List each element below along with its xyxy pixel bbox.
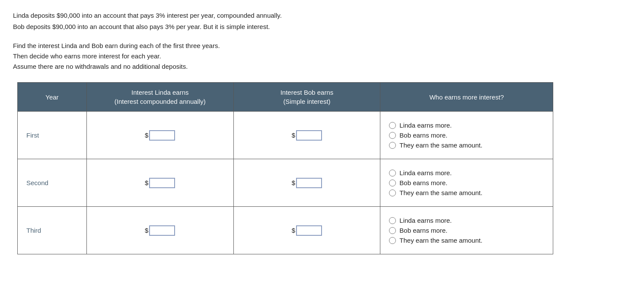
radio-cell-2: Linda earns more.Bob earns more.They ear…	[380, 207, 553, 254]
radio-label-1-1: Bob earns more.	[399, 179, 447, 186]
intro-line1: Linda deposits $90,000 into an account t…	[13, 10, 631, 21]
linda-amount-input-2[interactable]	[149, 225, 175, 236]
header-linda: Interest Linda earns(Interest compounded…	[86, 83, 233, 112]
linda-dollar-input-0: $	[145, 130, 175, 141]
intro-line2: Bob deposits $90,000 into an account tha…	[13, 22, 631, 32]
interest-table: Year Interest Linda earns(Interest compo…	[17, 82, 553, 254]
header-year: Year	[18, 83, 87, 112]
bob-dollar-sign-2: $	[292, 227, 295, 234]
bob-input-cell-2: $	[233, 207, 380, 254]
radio-group-0: Linda earns more.Bob earns more.They ear…	[389, 122, 544, 149]
linda-dollar-sign-2: $	[145, 227, 148, 234]
problem-section: Find the interest Linda and Bob earn dur…	[13, 41, 631, 72]
radio-label-2-0: Linda earns more.	[399, 217, 452, 224]
radio-item-0-1[interactable]: Bob earns more.	[389, 132, 544, 139]
radio-label-1-0: Linda earns more.	[399, 169, 452, 176]
linda-input-cell-0: $	[86, 112, 233, 159]
year-cell-0: First	[18, 112, 87, 159]
intro-section: Linda deposits $90,000 into an account t…	[13, 10, 631, 32]
bob-dollar-sign-1: $	[292, 179, 295, 186]
radio-item-2-1[interactable]: Bob earns more.	[389, 227, 544, 234]
bob-amount-input-0[interactable]	[296, 130, 322, 141]
problem-line1: Find the interest Linda and Bob earn dur…	[13, 41, 631, 51]
bob-amount-input-2[interactable]	[296, 225, 322, 236]
radio-2-1[interactable]	[389, 227, 396, 234]
radio-label-0-1: Bob earns more.	[399, 132, 447, 139]
radio-item-2-0[interactable]: Linda earns more.	[389, 217, 544, 224]
problem-line3: Assume there are no withdrawals and no a…	[13, 61, 631, 72]
radio-cell-0: Linda earns more.Bob earns more.They ear…	[380, 112, 553, 159]
bob-input-cell-0: $	[233, 112, 380, 159]
bob-dollar-sign-0: $	[292, 132, 295, 139]
linda-dollar-sign-1: $	[145, 179, 148, 186]
radio-item-1-2[interactable]: They earn the same amount.	[389, 189, 544, 196]
year-cell-2: Third	[18, 207, 87, 254]
bob-amount-input-1[interactable]	[296, 178, 322, 188]
linda-dollar-input-2: $	[145, 225, 175, 236]
radio-0-1[interactable]	[389, 132, 396, 139]
header-bob: Interest Bob earns(Simple interest)	[233, 83, 380, 112]
linda-dollar-input-1: $	[145, 178, 175, 188]
radio-2-2[interactable]	[389, 237, 396, 244]
radio-item-0-2[interactable]: They earn the same amount.	[389, 141, 544, 149]
linda-amount-input-1[interactable]	[149, 178, 175, 188]
bob-dollar-input-1: $	[292, 178, 322, 188]
radio-2-0[interactable]	[389, 217, 396, 224]
radio-label-2-1: Bob earns more.	[399, 227, 447, 234]
radio-group-1: Linda earns more.Bob earns more.They ear…	[389, 169, 544, 196]
radio-label-1-2: They earn the same amount.	[399, 189, 482, 196]
radio-item-1-1[interactable]: Bob earns more.	[389, 179, 544, 186]
radio-group-2: Linda earns more.Bob earns more.They ear…	[389, 217, 544, 244]
radio-cell-1: Linda earns more.Bob earns more.They ear…	[380, 159, 553, 207]
radio-item-1-0[interactable]: Linda earns more.	[389, 169, 544, 176]
bob-dollar-input-0: $	[292, 130, 322, 141]
radio-item-2-2[interactable]: They earn the same amount.	[389, 237, 544, 244]
linda-amount-input-0[interactable]	[149, 130, 175, 141]
radio-1-2[interactable]	[389, 189, 396, 196]
radio-label-2-2: They earn the same amount.	[399, 237, 482, 244]
header-who: Who earns more interest?	[380, 83, 553, 112]
linda-input-cell-2: $	[86, 207, 233, 254]
radio-item-0-0[interactable]: Linda earns more.	[389, 122, 544, 129]
radio-label-0-2: They earn the same amount.	[399, 141, 482, 149]
radio-0-2[interactable]	[389, 142, 396, 149]
radio-label-0-0: Linda earns more.	[399, 122, 452, 129]
radio-0-0[interactable]	[389, 122, 396, 129]
bob-input-cell-1: $	[233, 159, 380, 207]
radio-1-0[interactable]	[389, 170, 396, 176]
year-cell-1: Second	[18, 159, 87, 207]
linda-dollar-sign-0: $	[145, 132, 148, 139]
radio-1-1[interactable]	[389, 180, 396, 186]
problem-line2: Then decide who earns more interest for …	[13, 51, 631, 61]
linda-input-cell-1: $	[86, 159, 233, 207]
bob-dollar-input-2: $	[292, 225, 322, 236]
